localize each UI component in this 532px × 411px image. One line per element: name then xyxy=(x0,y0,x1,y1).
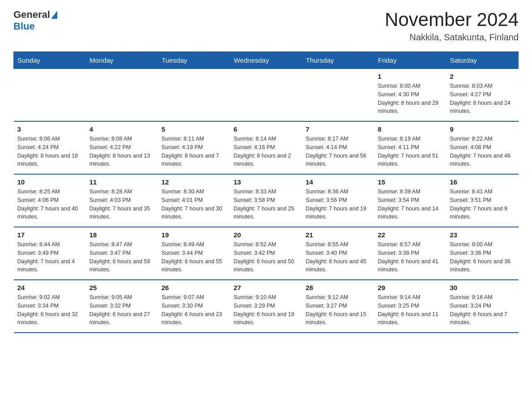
day-number: 3 xyxy=(17,125,82,133)
calendar-table: SundayMondayTuesdayWednesdayThursdayFrid… xyxy=(13,51,519,333)
calendar-cell: 26Sunrise: 9:07 AMSunset: 3:30 PMDayligh… xyxy=(158,280,230,333)
day-number: 1 xyxy=(378,73,443,80)
day-sun-info: Sunrise: 8:30 AMSunset: 4:01 PMDaylight:… xyxy=(162,188,227,221)
weekday-header-sunday: Sunday xyxy=(14,52,86,69)
day-number: 13 xyxy=(234,178,299,186)
day-sun-info: Sunrise: 8:57 AMSunset: 3:38 PMDaylight:… xyxy=(378,240,443,274)
calendar-cell: 20Sunrise: 8:52 AMSunset: 3:42 PMDayligh… xyxy=(230,227,302,280)
day-sun-info: Sunrise: 8:06 AMSunset: 4:24 PMDaylight:… xyxy=(17,135,82,168)
day-number: 21 xyxy=(306,231,371,239)
logo-general: General xyxy=(13,9,50,21)
calendar-cell: 17Sunrise: 8:44 AMSunset: 3:49 PMDayligh… xyxy=(14,227,86,280)
calendar-cell: 12Sunrise: 8:30 AMSunset: 4:01 PMDayligh… xyxy=(158,174,230,227)
day-sun-info: Sunrise: 9:05 AMSunset: 3:32 PMDaylight:… xyxy=(90,293,154,327)
day-sun-info: Sunrise: 8:28 AMSunset: 4:03 PMDaylight:… xyxy=(90,188,154,221)
day-number: 4 xyxy=(90,125,154,133)
calendar-week-row: 24Sunrise: 9:02 AMSunset: 3:34 PMDayligh… xyxy=(14,280,519,333)
calendar-cell xyxy=(158,69,230,122)
logo-triangle-icon xyxy=(51,11,57,19)
day-number: 7 xyxy=(306,125,371,133)
day-number: 27 xyxy=(234,284,299,291)
day-number: 19 xyxy=(162,231,227,239)
calendar-cell: 18Sunrise: 8:47 AMSunset: 3:47 PMDayligh… xyxy=(86,227,158,280)
day-sun-info: Sunrise: 8:17 AMSunset: 4:14 PMDaylight:… xyxy=(306,135,371,168)
day-number: 2 xyxy=(450,73,515,80)
day-sun-info: Sunrise: 9:07 AMSunset: 3:30 PMDaylight:… xyxy=(162,293,227,327)
day-number: 23 xyxy=(450,231,515,239)
calendar-cell: 15Sunrise: 8:39 AMSunset: 3:54 PMDayligh… xyxy=(374,174,446,227)
day-sun-info: Sunrise: 8:41 AMSunset: 3:51 PMDaylight:… xyxy=(450,188,515,221)
calendar-header: SundayMondayTuesdayWednesdayThursdayFrid… xyxy=(14,52,519,69)
day-sun-info: Sunrise: 8:36 AMSunset: 3:56 PMDaylight:… xyxy=(306,188,371,221)
day-sun-info: Sunrise: 9:00 AMSunset: 3:36 PMDaylight:… xyxy=(450,240,515,274)
day-sun-info: Sunrise: 8:47 AMSunset: 3:47 PMDaylight:… xyxy=(90,240,154,274)
day-sun-info: Sunrise: 8:14 AMSunset: 4:16 PMDaylight:… xyxy=(234,135,299,168)
day-number: 30 xyxy=(450,284,515,291)
day-number: 5 xyxy=(162,125,227,133)
day-number: 26 xyxy=(162,284,227,291)
calendar-cell xyxy=(86,69,158,122)
day-number: 10 xyxy=(17,178,82,186)
calendar-cell: 2Sunrise: 8:03 AMSunset: 4:27 PMDaylight… xyxy=(446,69,519,122)
calendar-cell: 28Sunrise: 9:12 AMSunset: 3:27 PMDayligh… xyxy=(302,280,374,333)
day-sun-info: Sunrise: 9:10 AMSunset: 3:29 PMDaylight:… xyxy=(234,293,299,327)
calendar-cell xyxy=(302,69,374,122)
calendar-cell: 16Sunrise: 8:41 AMSunset: 3:51 PMDayligh… xyxy=(446,174,519,227)
weekday-header-tuesday: Tuesday xyxy=(158,52,230,69)
calendar-cell: 14Sunrise: 8:36 AMSunset: 3:56 PMDayligh… xyxy=(302,174,374,227)
calendar-cell: 13Sunrise: 8:33 AMSunset: 3:58 PMDayligh… xyxy=(230,174,302,227)
day-number: 6 xyxy=(234,125,299,133)
day-number: 25 xyxy=(90,284,154,291)
calendar-week-row: 17Sunrise: 8:44 AMSunset: 3:49 PMDayligh… xyxy=(14,227,519,280)
weekday-header-saturday: Saturday xyxy=(446,52,519,69)
day-sun-info: Sunrise: 9:14 AMSunset: 3:25 PMDaylight:… xyxy=(378,293,443,327)
day-sun-info: Sunrise: 8:33 AMSunset: 3:58 PMDaylight:… xyxy=(234,188,299,221)
day-number: 11 xyxy=(90,178,154,186)
calendar-subtitle: Nakkila, Satakunta, Finland xyxy=(385,32,519,43)
calendar-cell: 27Sunrise: 9:10 AMSunset: 3:29 PMDayligh… xyxy=(230,280,302,333)
calendar-cell: 6Sunrise: 8:14 AMSunset: 4:16 PMDaylight… xyxy=(230,121,302,174)
day-number: 20 xyxy=(234,231,299,239)
day-number: 28 xyxy=(306,284,371,291)
calendar-title: November 2024 xyxy=(385,9,519,30)
calendar-body: 1Sunrise: 8:00 AMSunset: 4:30 PMDaylight… xyxy=(14,69,519,333)
calendar-cell: 7Sunrise: 8:17 AMSunset: 4:14 PMDaylight… xyxy=(302,121,374,174)
day-sun-info: Sunrise: 9:12 AMSunset: 3:27 PMDaylight:… xyxy=(306,293,371,327)
day-sun-info: Sunrise: 8:00 AMSunset: 4:30 PMDaylight:… xyxy=(378,82,443,116)
day-number: 18 xyxy=(90,231,154,239)
calendar-cell: 8Sunrise: 8:19 AMSunset: 4:11 PMDaylight… xyxy=(374,121,446,174)
day-sun-info: Sunrise: 8:55 AMSunset: 3:40 PMDaylight:… xyxy=(306,240,371,274)
weekday-header-friday: Friday xyxy=(374,52,446,69)
calendar-cell: 5Sunrise: 8:11 AMSunset: 4:19 PMDaylight… xyxy=(158,121,230,174)
day-sun-info: Sunrise: 9:16 AMSunset: 3:24 PMDaylight:… xyxy=(450,293,515,327)
day-sun-info: Sunrise: 8:19 AMSunset: 4:11 PMDaylight:… xyxy=(378,135,443,168)
day-number: 9 xyxy=(450,125,515,133)
day-sun-info: Sunrise: 8:22 AMSunset: 4:08 PMDaylight:… xyxy=(450,135,515,168)
calendar-cell: 21Sunrise: 8:55 AMSunset: 3:40 PMDayligh… xyxy=(302,227,374,280)
calendar-cell: 10Sunrise: 8:25 AMSunset: 4:06 PMDayligh… xyxy=(14,174,86,227)
weekday-header-monday: Monday xyxy=(86,52,158,69)
calendar-cell: 19Sunrise: 8:49 AMSunset: 3:44 PMDayligh… xyxy=(158,227,230,280)
day-sun-info: Sunrise: 8:11 AMSunset: 4:19 PMDaylight:… xyxy=(162,135,227,168)
day-number: 16 xyxy=(450,178,515,186)
calendar-week-row: 10Sunrise: 8:25 AMSunset: 4:06 PMDayligh… xyxy=(14,174,519,227)
calendar-cell: 4Sunrise: 8:08 AMSunset: 4:22 PMDaylight… xyxy=(86,121,158,174)
calendar-cell: 30Sunrise: 9:16 AMSunset: 3:24 PMDayligh… xyxy=(446,280,519,333)
day-number: 14 xyxy=(306,178,371,186)
day-sun-info: Sunrise: 8:44 AMSunset: 3:49 PMDaylight:… xyxy=(17,240,82,274)
day-number: 22 xyxy=(378,231,443,239)
day-number: 15 xyxy=(378,178,443,186)
day-sun-info: Sunrise: 8:39 AMSunset: 3:54 PMDaylight:… xyxy=(378,188,443,221)
calendar-cell: 1Sunrise: 8:00 AMSunset: 4:30 PMDaylight… xyxy=(374,69,446,122)
calendar-cell xyxy=(14,69,86,122)
day-sun-info: Sunrise: 8:52 AMSunset: 3:42 PMDaylight:… xyxy=(234,240,299,274)
day-number: 17 xyxy=(17,231,82,239)
weekday-header-thursday: Thursday xyxy=(302,52,374,69)
calendar-cell: 24Sunrise: 9:02 AMSunset: 3:34 PMDayligh… xyxy=(14,280,86,333)
calendar-cell: 11Sunrise: 8:28 AMSunset: 4:03 PMDayligh… xyxy=(86,174,158,227)
calendar-cell: 3Sunrise: 8:06 AMSunset: 4:24 PMDaylight… xyxy=(14,121,86,174)
day-sun-info: Sunrise: 8:49 AMSunset: 3:44 PMDaylight:… xyxy=(162,240,227,274)
day-sun-info: Sunrise: 8:25 AMSunset: 4:06 PMDaylight:… xyxy=(17,188,82,221)
page-header: General Blue November 2024 Nakkila, Sata… xyxy=(13,9,519,43)
day-sun-info: Sunrise: 8:08 AMSunset: 4:22 PMDaylight:… xyxy=(90,135,154,168)
